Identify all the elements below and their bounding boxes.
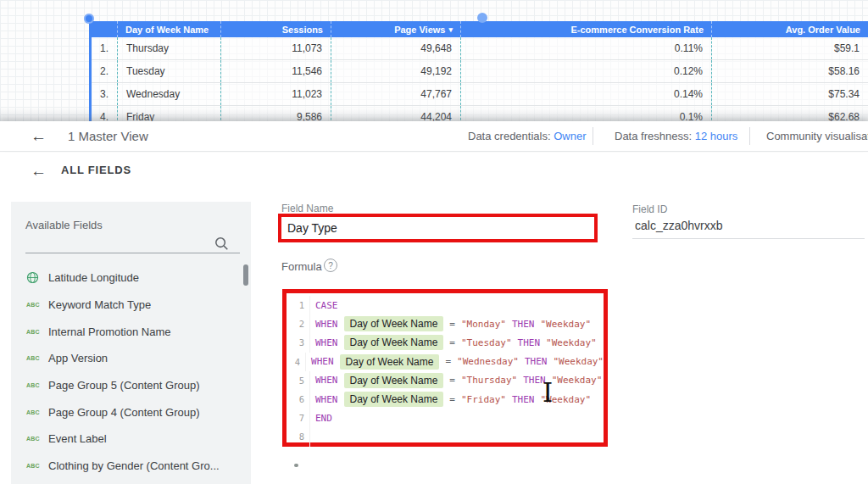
cell-day: Thursday — [117, 37, 220, 59]
artifact-speck — [294, 464, 298, 467]
field-name-highlight-box — [278, 214, 598, 242]
abc-text-icon: ABC — [26, 302, 48, 308]
available-fields-title: Available Fields — [25, 219, 103, 231]
formula-editor[interactable]: 1CASE2WHENDay of Week Name="Monday"THEN"… — [287, 293, 604, 447]
field-item[interactable]: ABCApp Version — [11, 345, 251, 372]
line-number: 3 — [287, 333, 310, 352]
cell-page_views: 44,204 — [331, 106, 460, 121]
cell-index: 3. — [92, 88, 117, 100]
text-cursor-icon: I — [542, 380, 553, 406]
code-token: "Weekday" — [540, 319, 591, 330]
data-credentials: Data credentials: Owner — [468, 130, 586, 142]
code-token: WHEN — [315, 394, 338, 405]
code-token: = — [449, 337, 455, 348]
cell-conversion: 0.12% — [460, 60, 711, 82]
code-line: 1CASE — [287, 296, 604, 314]
code-line: 8 — [287, 427, 604, 446]
data-freshness-link[interactable]: 12 hours — [695, 130, 738, 142]
cell-sessions: 11,073 — [220, 37, 331, 59]
field-item[interactable]: ABCPage Group 5 (Content Group) — [11, 372, 251, 399]
line-number: 1 — [287, 296, 310, 314]
field-name-input[interactable] — [281, 217, 594, 239]
search-input[interactable] — [25, 253, 240, 253]
code-line: 7END — [287, 409, 604, 427]
field-id-value: calc_zza0hvrxxb — [635, 219, 723, 232]
abc-text-icon: ABC — [26, 355, 48, 361]
cell-conversion: 0.11% — [460, 37, 711, 59]
field-item[interactable]: ABCPage Group 4 (Content Group) — [11, 398, 251, 426]
column-header[interactable]: Sessions — [220, 21, 331, 37]
field-item[interactable]: Latitude Longitude — [11, 264, 251, 292]
report-table[interactable]: Day of Week NameSessionsPage Views▾E-com… — [89, 21, 868, 121]
cell-sessions: 11,546 — [220, 60, 331, 82]
field-item-label: Clothing by Gender (Content Gro... — [48, 459, 220, 472]
globe-icon — [26, 271, 39, 284]
data-freshness-label: Data freshness: — [615, 130, 692, 142]
column-header[interactable]: Avg. Order Value — [711, 21, 868, 37]
code-token: WHEN — [315, 319, 338, 330]
field-item[interactable]: ABCKeyword Match Type — [11, 292, 251, 319]
report-canvas[interactable]: Day of Week NameSessionsPage Views▾E-com… — [0, 0, 868, 121]
column-header[interactable]: Day of Week Name — [117, 21, 220, 37]
field-chip: Day of Week Name — [344, 373, 444, 388]
code-token: WHEN — [315, 337, 338, 348]
cell-page_views: 49,648 — [331, 37, 460, 59]
divider — [593, 127, 593, 145]
abc-text-icon: ABC — [26, 436, 40, 442]
page-title: 1 Master View — [68, 129, 148, 143]
search-icon[interactable] — [214, 236, 229, 251]
cell-page_views: 49,192 — [331, 60, 460, 82]
cell-aov: $75.34 — [711, 83, 868, 105]
field-name-label: Field Name — [281, 203, 333, 214]
field-chip: Day of Week Name — [344, 392, 444, 407]
community-visualizations-label[interactable]: Community visualisat — [766, 130, 868, 142]
data-freshness: Data freshness: 12 hours — [615, 130, 737, 142]
abc-text-icon: ABC — [26, 329, 40, 335]
cell-index: 4. — [92, 111, 117, 121]
field-item-label: Keyword Match Type — [48, 298, 151, 311]
field-item[interactable]: ABCInternal Promotion Name — [11, 318, 251, 345]
code-token: "Friday" — [461, 394, 506, 405]
code-line: 3WHENDay of Week Name="Tuesday"THEN"Week… — [287, 333, 604, 352]
code-token: "Tuesday" — [461, 337, 512, 348]
divider — [749, 127, 750, 145]
code-token: = — [445, 356, 451, 367]
help-icon[interactable]: ? — [324, 259, 337, 272]
back-arrow-icon[interactable]: ← — [31, 163, 47, 179]
code-token: "Weekday" — [546, 337, 597, 348]
line-number: 2 — [287, 314, 310, 333]
column-header[interactable]: Page Views▾ — [331, 21, 460, 37]
cell-day: Friday — [117, 106, 220, 121]
abc-text-icon: ABC — [26, 302, 40, 308]
line-number: 4 — [287, 353, 306, 371]
code-token: "Weekday" — [553, 356, 604, 367]
code-line: 4WHENDay of Week Name="Wednesday"THEN"We… — [287, 353, 604, 371]
code-line: 2WHENDay of Week Name="Monday"THEN"Weekd… — [287, 314, 604, 333]
table-row: 4.Friday9,58644,2040.1%$62.68 — [92, 106, 868, 121]
column-header[interactable]: E-commerce Conversion Rate — [460, 21, 711, 37]
abc-text-icon: ABC — [26, 463, 40, 469]
code-token: END — [315, 413, 332, 424]
line-number: 5 — [287, 371, 310, 390]
code-token: = — [449, 319, 455, 330]
data-credentials-link[interactable]: Owner — [554, 130, 586, 142]
selection-handle-icon[interactable] — [84, 14, 94, 24]
code-line: 5WHENDay of Week Name="Thursday"THEN"Wee… — [287, 371, 604, 390]
back-arrow-icon[interactable]: ← — [31, 128, 47, 144]
cell-page_views: 47,767 — [331, 83, 460, 105]
field-item[interactable]: ABCClothing by Gender (Content Gro... — [11, 453, 251, 480]
field-chip: Day of Week Name — [340, 354, 440, 370]
code-token: = — [449, 375, 455, 386]
selection-handle-icon[interactable] — [477, 13, 487, 23]
cell-conversion: 0.14% — [460, 83, 711, 105]
field-item[interactable]: ABCEvent Label — [11, 426, 251, 453]
field-item-label: Event Label — [48, 432, 107, 445]
formula-highlight-box: 1CASE2WHENDay of Week Name="Monday"THEN"… — [282, 289, 608, 447]
abc-text-icon: ABC — [26, 329, 48, 335]
code-token: WHEN — [315, 375, 338, 386]
abc-text-icon: ABC — [26, 463, 48, 469]
cell-aov: $58.16 — [711, 60, 868, 82]
cell-sessions: 11,023 — [220, 83, 331, 105]
cell-index: 2. — [92, 65, 117, 77]
code-token: THEN — [518, 337, 541, 348]
